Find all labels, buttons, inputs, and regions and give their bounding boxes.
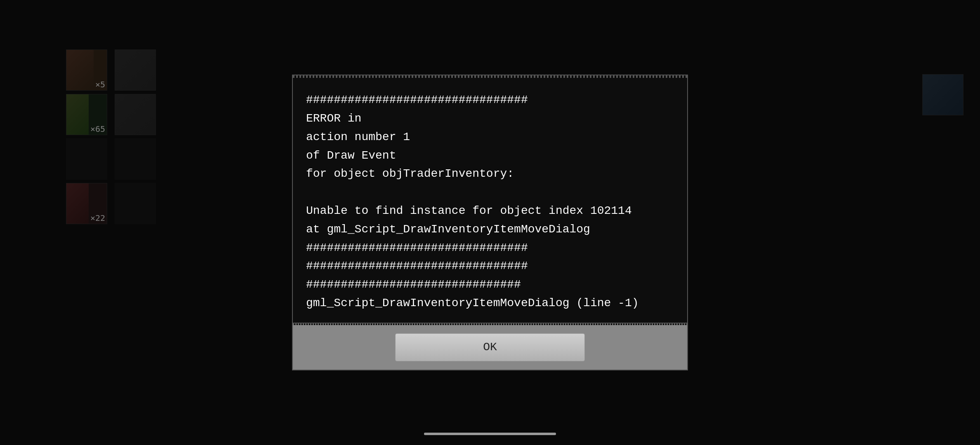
dialog-overlay: ################################ ERROR i… xyxy=(0,0,980,445)
dialog-content: ################################ ERROR i… xyxy=(293,78,687,323)
ok-button[interactable]: OK xyxy=(395,333,585,361)
error-message: ################################ ERROR i… xyxy=(306,91,674,313)
scrollbar-container[interactable] xyxy=(424,433,556,435)
error-dialog: ################################ ERROR i… xyxy=(292,75,688,370)
scrollbar-thumb xyxy=(424,433,556,435)
dialog-footer: OK xyxy=(293,325,687,370)
